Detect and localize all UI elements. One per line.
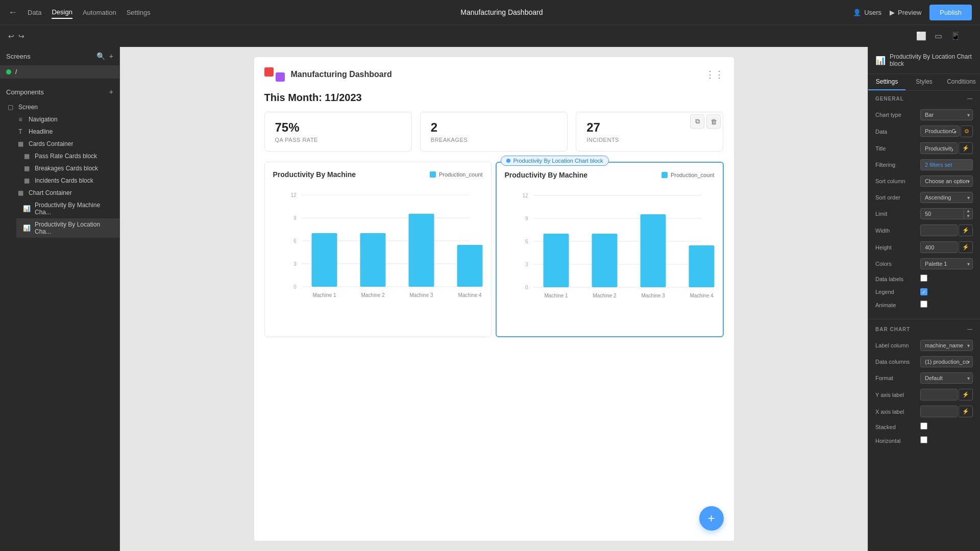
legend-checkbox[interactable]: ✓ (920, 288, 927, 295)
height-input[interactable] (920, 241, 958, 253)
search-screens-button[interactable]: 🔍 (96, 52, 105, 60)
screen-label: / (15, 68, 17, 76)
data-labels-label: Data labels (875, 276, 916, 282)
comp-incidents[interactable]: ▦ Incidents Cards block (16, 174, 119, 187)
data-columns-select[interactable]: (1) production_count (920, 356, 973, 367)
comp-headline[interactable]: T Headline (10, 126, 119, 138)
title-input[interactable] (920, 142, 958, 154)
chart-type-label: Chart type (875, 112, 916, 118)
label-column-select[interactable]: machine_name (920, 340, 973, 351)
breakages-label: BREAKAGES (431, 137, 557, 143)
tab-settings[interactable]: Settings (868, 74, 905, 90)
pass-rate-label: QA PASS RATE (275, 137, 401, 143)
comp-chart-container-label: Chart Container (29, 189, 72, 196)
stacked-checkbox[interactable] (920, 422, 927, 430)
comp-cards-container-label: Cards Container (29, 140, 73, 147)
data-columns-control: (1) production_count (920, 356, 973, 367)
horizontal-checkbox[interactable] (920, 436, 927, 443)
nav-tab-automation[interactable]: Automation (83, 7, 116, 18)
duplicate-button[interactable]: ⧉ (690, 114, 704, 129)
badge-dot (506, 159, 510, 163)
add-fab-button[interactable]: + (699, 506, 724, 531)
app-logo (264, 67, 285, 82)
animate-checkbox[interactable] (920, 300, 927, 308)
comp-location-chart-label: Productivity By Location Cha... (35, 221, 113, 235)
more-options-button[interactable]: ⋮⋮ (705, 69, 724, 80)
users-button[interactable]: 👤 Users (853, 9, 881, 16)
top-nav: ← Data Design Automation Settings Manufa… (0, 0, 980, 24)
x-axis-input[interactable] (920, 406, 958, 417)
redo-button[interactable]: ↪ (18, 32, 24, 40)
breakages-value: 2 (431, 120, 557, 135)
incidents-card: ⧉ 🗑 27 INCIDENTS (576, 112, 723, 152)
limit-input[interactable] (920, 208, 964, 219)
sort-column-select[interactable]: Choose an option (920, 176, 973, 187)
back-button[interactable]: ← (8, 7, 17, 18)
data-labels-checkbox[interactable] (920, 274, 927, 282)
nav-tab-data[interactable]: Data (28, 7, 41, 18)
preview-icon: ▶ (890, 9, 895, 16)
data-labels-control (920, 274, 973, 283)
filtering-input[interactable] (920, 159, 973, 170)
chart-type-select[interactable]: Bar (920, 109, 973, 120)
comp-screen[interactable]: ▢ Screen (0, 101, 119, 113)
limit-down-button[interactable]: ▼ (964, 214, 972, 219)
label-column-row: Label column machine_name (875, 337, 973, 354)
comp-location-chart[interactable]: 📊 Productivity By Location Cha... (16, 218, 119, 238)
chart2-legend-color (662, 172, 668, 178)
add-screen-button[interactable]: + (109, 52, 113, 60)
limit-up-button[interactable]: ▲ (964, 209, 972, 214)
y-axis-lightning-button[interactable]: ⚡ (959, 389, 973, 400)
tab-conditions[interactable]: Conditions (943, 74, 980, 90)
comp-chart-container[interactable]: ▦ Chart Container (10, 187, 119, 199)
svg-text:Machine 1: Machine 1 (312, 292, 336, 298)
comp-navigation[interactable]: ≡ Navigation (10, 113, 119, 126)
data-select[interactable]: ProductionCo... (920, 126, 960, 137)
colors-select[interactable]: Palette 1 (920, 258, 973, 269)
desktop-view-button[interactable]: ⬜ (913, 29, 929, 43)
preview-button[interactable]: ▶ Preview (890, 9, 921, 16)
bar-chart-section-title: BAR CHART — (875, 327, 973, 332)
data-settings-button[interactable]: ⚙ (961, 126, 973, 137)
data-columns-label: Data columns (875, 359, 916, 365)
width-input[interactable] (920, 224, 958, 236)
chart2-header: Productivity By Machine Production_count (505, 171, 715, 179)
height-lightning-button[interactable]: ⚡ (959, 241, 973, 253)
svg-rect-31 (689, 245, 714, 287)
title-lightning-button[interactable]: ⚡ (959, 142, 973, 154)
x-axis-control: ⚡ (920, 406, 973, 417)
y-axis-input[interactable] (920, 389, 958, 400)
chart2-legend-label: Production_count (671, 172, 715, 178)
sort-order-label: Sort order (875, 194, 916, 201)
comp-screen-label: Screen (18, 104, 38, 111)
comp-breakages[interactable]: ▦ Breakages Cards block (16, 162, 119, 174)
headline-comp-icon: T (16, 128, 24, 135)
x-axis-lightning-button[interactable]: ⚡ (959, 406, 973, 417)
chart-badge: Productivity By Location Chart block (501, 156, 609, 166)
horizontal-control (920, 436, 973, 445)
nav-tab-settings[interactable]: Settings (127, 7, 151, 18)
add-component-button[interactable]: + (109, 88, 113, 96)
label-column-label: Label column (875, 342, 916, 348)
delete-button[interactable]: 🗑 (706, 114, 721, 129)
comp-machine-chart[interactable]: 📊 Productivity By Machine Cha... (16, 199, 119, 218)
width-lightning-button[interactable]: ⚡ (959, 224, 973, 236)
undo-button[interactable]: ↩ (8, 32, 14, 40)
y-axis-row: Y axis label ⚡ (875, 386, 973, 403)
format-select[interactable]: Default (920, 372, 973, 384)
left-panel: Screens 🔍 + / Components + ▢ Screen ≡ Na… (0, 47, 120, 551)
tablet-view-button[interactable]: ▭ (932, 29, 945, 43)
comp-pass-rate[interactable]: ▦ Pass Rate Cards block (16, 150, 119, 162)
stacked-control (920, 422, 973, 431)
screen-item[interactable]: / (0, 65, 119, 79)
nav-tab-design[interactable]: Design (52, 6, 72, 19)
animate-control (920, 300, 973, 309)
sort-order-select[interactable]: Ascending (920, 192, 973, 203)
comp-cards-container[interactable]: ▦ Cards Container (10, 138, 119, 150)
components-header: Components + (0, 83, 119, 101)
tab-styles[interactable]: Styles (905, 74, 943, 90)
mobile-view-button[interactable]: 📱 (947, 29, 964, 43)
publish-button[interactable]: Publish (929, 5, 972, 20)
svg-text:3: 3 (525, 262, 528, 267)
toolbar: ↩ ↪ ⬜ ▭ 📱 (0, 24, 980, 47)
